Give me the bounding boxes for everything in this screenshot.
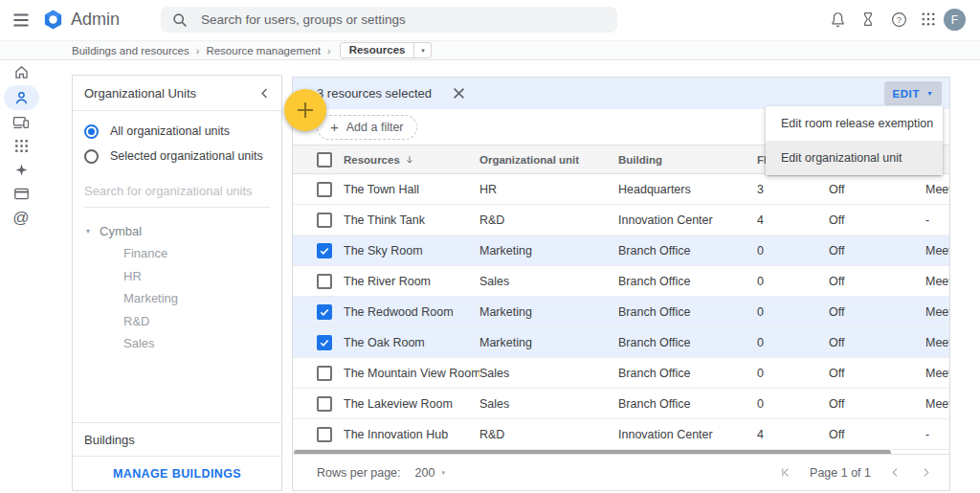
rows-per-page-label: Rows per page: [317, 466, 401, 480]
table-row[interactable]: The Mountain View Room Sales Branch Offi… [293, 358, 949, 389]
rows-per-page-select[interactable]: 200 ▾ [415, 466, 445, 480]
first-page-button[interactable] [779, 466, 791, 479]
table-row[interactable]: The Think Tank R&D Innovation Center 4 O… [293, 205, 949, 235]
clear-selection-icon[interactable] [453, 87, 465, 100]
global-search[interactable] [161, 7, 617, 33]
floor-cell: 3 [757, 183, 829, 196]
table-row[interactable]: The Oak Room Marketing Branch Office 0 O… [293, 327, 949, 358]
collapse-panel-icon[interactable] [259, 88, 270, 99]
breadcrumb-current-selector[interactable]: Resources ▾ [340, 42, 433, 58]
select-all-checkbox[interactable] [317, 152, 332, 168]
org-unit-search-input[interactable] [84, 184, 270, 198]
category-cell: Meet [925, 305, 949, 319]
nav-billing-icon[interactable] [0, 182, 42, 206]
nav-domains-icon[interactable]: @ [0, 206, 42, 230]
chevron-down-icon[interactable]: ▾ [413, 43, 431, 57]
avatar[interactable]: F [944, 9, 966, 31]
row-checkbox[interactable] [317, 335, 332, 350]
category-cell: - [925, 213, 949, 227]
tree-node-hr[interactable]: HR [73, 265, 281, 288]
chevron-down-icon: ▾ [441, 469, 445, 477]
row-checkbox[interactable] [317, 304, 332, 320]
nav-home-icon[interactable] [0, 60, 42, 84]
table-row[interactable]: The Redwood Room Marketing Branch Office… [293, 297, 949, 327]
release-cell: Off [829, 305, 925, 319]
org-unit-tree: ▾ Cymbal Finance HR Marketing R&D Sales [73, 219, 281, 355]
resource-name-cell[interactable]: The Oak Room [344, 336, 479, 349]
column-resources[interactable]: Resources [344, 154, 479, 166]
table-row[interactable]: The Town Hall HR Headquarters 3 Off Meet [293, 174, 949, 205]
google-admin-logo [42, 9, 64, 31]
search-input[interactable] [201, 12, 606, 27]
previous-page-button[interactable] [889, 466, 902, 479]
table-row[interactable]: The Innovation Hub R&D Innovation Center… [293, 419, 949, 450]
menu-item-edit-organizational-unit[interactable]: Edit organizational unit [766, 141, 943, 175]
row-checkbox[interactable] [317, 182, 332, 197]
apps-grid-icon[interactable] [920, 11, 939, 30]
tree-expand-icon[interactable]: ▾ [86, 227, 90, 235]
table-row[interactable]: The Lakeview Room Sales Branch Office 0 … [293, 389, 949, 419]
resource-name-cell[interactable]: The Redwood Room [344, 305, 479, 319]
tree-node-sales[interactable]: Sales [73, 332, 281, 355]
selection-bar: 3 resources selected EDIT ▼ [293, 78, 949, 109]
category-cell: Meet [925, 397, 949, 411]
breadcrumb-current[interactable]: Resources [341, 43, 414, 57]
building-cell: Branch Office [618, 275, 757, 288]
breadcrumb-resource-management[interactable]: Resource management [206, 45, 321, 56]
table-row[interactable]: The River Room Sales Branch Office 0 Off… [293, 266, 949, 297]
buildings-section-header[interactable]: Buildings [73, 422, 281, 456]
left-nav-rail: @ [0, 60, 46, 493]
edit-button[interactable]: EDIT ▼ [884, 81, 942, 105]
add-filter-button[interactable]: + Add a filter [317, 115, 417, 140]
row-checkbox[interactable] [317, 366, 332, 381]
org-unit-cell: HR [479, 183, 618, 196]
add-resource-fab[interactable] [284, 89, 326, 131]
breadcrumb-separator: › [327, 45, 331, 56]
floor-cell: 0 [757, 244, 829, 258]
next-page-button[interactable] [920, 466, 932, 479]
org-unit-cell: Marketing [479, 305, 618, 319]
row-checkbox[interactable] [317, 427, 332, 442]
radio-selected-icon[interactable] [84, 124, 99, 139]
resource-name-cell[interactable]: The River Room [344, 275, 479, 288]
release-cell: Off [829, 213, 925, 227]
tree-node-marketing[interactable]: Marketing [73, 287, 281, 310]
notifications-bell-icon[interactable] [829, 11, 848, 30]
help-icon[interactable]: ? [890, 11, 909, 30]
manage-buildings-button[interactable]: MANAGE BUILDINGS [73, 456, 281, 490]
row-checkbox[interactable] [317, 396, 332, 412]
resource-name-cell[interactable]: The Innovation Hub [344, 428, 479, 441]
building-cell: Innovation Center [618, 428, 757, 441]
nav-apps-icon[interactable] [0, 134, 42, 158]
resource-name-cell[interactable]: The Town Hall [344, 183, 479, 196]
resource-name-cell[interactable]: The Lakeview Room [344, 397, 479, 411]
tasks-hourglass-icon[interactable] [859, 11, 879, 30]
radio-unselected-icon[interactable] [84, 149, 99, 164]
resource-name-cell[interactable]: The Think Tank [344, 213, 479, 227]
resource-name-cell[interactable]: The Mountain View Room [344, 367, 479, 380]
release-cell: Off [829, 275, 925, 288]
floor-cell: 0 [757, 336, 829, 349]
tree-node-rd[interactable]: R&D [73, 310, 281, 333]
tree-node-finance[interactable]: Finance [73, 242, 281, 265]
table-row[interactable]: The Sky Room Marketing Branch Office 0 O… [293, 235, 949, 266]
row-checkbox[interactable] [317, 274, 332, 289]
nav-sparkle-icon[interactable] [0, 158, 42, 182]
radio-all-org-units[interactable]: All organizational units [73, 119, 281, 144]
nav-devices-icon[interactable] [0, 110, 42, 134]
breadcrumb-buildings-and-resources[interactable]: Buildings and resources [72, 45, 189, 56]
resource-name-cell[interactable]: The Sky Room [344, 244, 479, 258]
column-org-unit[interactable]: Organizational unit [479, 154, 618, 166]
org-unit-search[interactable] [84, 182, 270, 208]
hamburger-menu-icon[interactable] [12, 11, 30, 29]
tree-node-cymbal[interactable]: ▾ Cymbal [73, 219, 281, 242]
floor-cell: 0 [757, 275, 829, 288]
row-checkbox[interactable] [317, 213, 332, 228]
row-checkbox[interactable] [317, 243, 332, 258]
menu-item-edit-room-release-exemption[interactable]: Edit room release exemption [766, 106, 943, 141]
nav-users-icon[interactable] [0, 86, 42, 110]
sort-descending-icon[interactable] [404, 154, 415, 166]
table-footer: Rows per page: 200 ▾ Page 1 of 1 [293, 454, 949, 490]
column-building[interactable]: Building [618, 154, 757, 166]
radio-selected-org-units[interactable]: Selected organizational units [73, 144, 281, 168]
